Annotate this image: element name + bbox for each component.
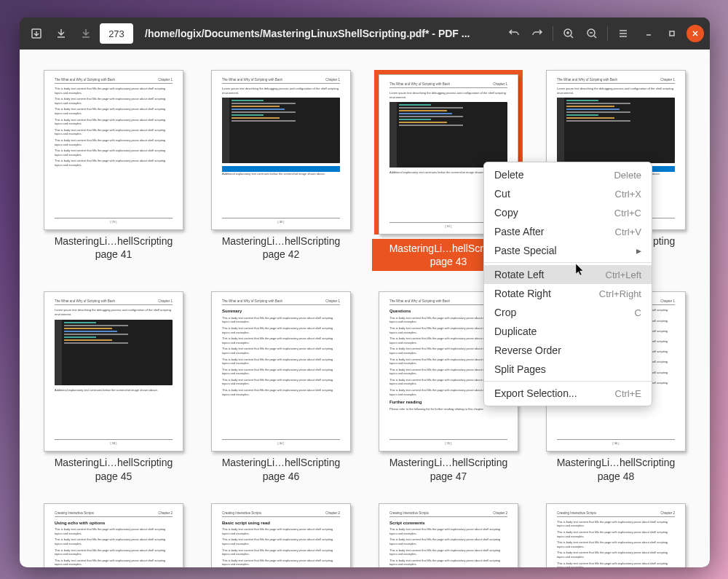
thumbnail-label: MasteringLi…hellScriptingpage 48 bbox=[557, 456, 676, 482]
menu-item-label: Crop bbox=[494, 307, 516, 318]
close-button[interactable] bbox=[687, 25, 704, 42]
menu-item-label: Cut bbox=[494, 188, 510, 200]
menu-item-shortcut: Ctrl+Left bbox=[606, 269, 642, 280]
zoom-out-icon[interactable] bbox=[581, 23, 603, 44]
page-thumbnail[interactable]: Creating Interactive ScriptsChapter 2Bas… bbox=[205, 503, 357, 567]
page-thumbnail[interactable]: The What and Why of Scripting with BashC… bbox=[205, 291, 357, 482]
page-thumbnail-page: The What and Why of Scripting with BashC… bbox=[44, 291, 183, 452]
menu-item-label: Split Pages bbox=[494, 363, 546, 375]
page-thumbnail[interactable]: Creating Interactive ScriptsChapter 2Scr… bbox=[372, 503, 525, 567]
menu-item-paste-special[interactable]: Paste Special▸ bbox=[484, 241, 652, 260]
page-number-input[interactable] bbox=[100, 23, 133, 44]
menu-item-label: Export Selection... bbox=[494, 387, 577, 399]
menu-item-shortcut: Ctrl+E bbox=[615, 388, 641, 399]
menu-item-label: Copy bbox=[494, 207, 518, 218]
menu-item-shortcut: Ctrl+V bbox=[615, 227, 641, 237]
page-thumbnail-page: Creating Interactive ScriptsChapter 2Bas… bbox=[211, 503, 351, 567]
menu-separator bbox=[484, 381, 652, 382]
minimize-button[interactable] bbox=[640, 25, 657, 42]
import-icon[interactable] bbox=[25, 23, 47, 44]
page-thumbnail-page: The What and Why of Scripting with BashC… bbox=[44, 70, 183, 230]
maximize-button[interactable] bbox=[663, 25, 681, 42]
menu-item-shortcut: Delete bbox=[614, 170, 641, 181]
menu-item-delete[interactable]: DeleteDelete bbox=[484, 165, 652, 184]
page-thumbnail-page: Creating Interactive ScriptsChapter 2Scr… bbox=[379, 503, 518, 567]
menu-item-label: Paste After bbox=[494, 226, 544, 237]
menu-item-label: Paste Special bbox=[494, 245, 557, 256]
chevron-right-icon: ▸ bbox=[636, 245, 641, 256]
menu-item-paste-after[interactable]: Paste AfterCtrl+V bbox=[484, 222, 652, 241]
menu-item-rotate-right[interactable]: Rotate RightCtrl+Right bbox=[484, 284, 652, 303]
thumbnail-label: MasteringLi…hellScriptingpage 47 bbox=[389, 456, 508, 482]
menu-item-shortcut: Ctrl+Right bbox=[599, 288, 641, 299]
page-thumbnail[interactable]: The What and Why of Scripting with BashC… bbox=[37, 291, 190, 482]
menu-item-rotate-left[interactable]: Rotate LeftCtrl+Left bbox=[484, 265, 652, 284]
separator bbox=[553, 26, 553, 41]
menu-item-label: Rotate Right bbox=[494, 288, 551, 299]
undo-icon[interactable] bbox=[503, 23, 525, 44]
menu-item-label: Duplicate bbox=[494, 326, 537, 337]
menu-item-label: Reverse Order bbox=[494, 344, 561, 356]
thumbnail-label: MasteringLi…hellScriptingpage 46 bbox=[222, 456, 341, 482]
zoom-in-icon[interactable] bbox=[558, 23, 579, 44]
page-thumbnail-page: The What and Why of Scripting with BashC… bbox=[211, 70, 351, 230]
separator bbox=[607, 26, 608, 41]
thumbnail-label: MasteringLi…hellScriptingpage 41 bbox=[55, 235, 173, 261]
menu-item-label: Delete bbox=[494, 169, 523, 181]
page-thumbnail-page: The What and Why of Scripting with BashC… bbox=[211, 291, 351, 452]
menu-item-cut[interactable]: CutCtrl+X bbox=[484, 184, 652, 203]
thumbnail-label: MasteringLi…hellScriptingpage 42 bbox=[222, 235, 341, 261]
menu-item-shortcut: Ctrl+X bbox=[615, 189, 641, 200]
titlebar: /home/logix/Documents/MasteringLinuxShel… bbox=[20, 17, 710, 50]
menu-item-duplicate[interactable]: Duplicate bbox=[484, 322, 652, 341]
menu-item-shortcut: Ctrl+C bbox=[614, 208, 641, 218]
window-title: /home/logix/Documents/MasteringLinuxShel… bbox=[136, 28, 500, 39]
svg-rect-3 bbox=[670, 31, 674, 36]
save-icon[interactable] bbox=[50, 23, 72, 44]
hamburger-menu-icon[interactable] bbox=[612, 23, 634, 44]
page-thumbnail[interactable]: Creating Interactive ScriptsChapter 2Thi… bbox=[539, 503, 692, 567]
page-thumbnail[interactable]: The What and Why of Scripting with BashC… bbox=[37, 70, 190, 271]
thumbnail-label: MasteringLi…hellScriptingpage 45 bbox=[55, 456, 173, 482]
page-thumbnail[interactable]: The What and Why of Scripting with BashC… bbox=[205, 70, 357, 271]
page-thumbnail-page: Creating Interactive ScriptsChapter 2Thi… bbox=[546, 503, 686, 567]
menu-item-reverse-order[interactable]: Reverse Order bbox=[484, 341, 652, 360]
save-as-icon[interactable] bbox=[75, 23, 97, 44]
page-thumbnail-page: Creating Interactive ScriptsChapter 2Usi… bbox=[44, 503, 183, 567]
page-thumbnail[interactable]: Creating Interactive ScriptsChapter 2Usi… bbox=[37, 503, 190, 567]
redo-icon[interactable] bbox=[526, 23, 548, 44]
menu-separator bbox=[484, 262, 652, 263]
menu-item-crop[interactable]: CropC bbox=[484, 303, 652, 322]
menu-item-copy[interactable]: CopyCtrl+C bbox=[484, 203, 652, 222]
menu-item-split-pages[interactable]: Split Pages bbox=[484, 360, 652, 379]
menu-item-shortcut: C bbox=[635, 307, 641, 318]
menu-item-label: Rotate Left bbox=[494, 269, 545, 280]
context-menu: DeleteDeleteCutCtrl+XCopyCtrl+CPaste Aft… bbox=[483, 162, 652, 406]
menu-item-export-selection-[interactable]: Export Selection...Ctrl+E bbox=[484, 384, 652, 403]
